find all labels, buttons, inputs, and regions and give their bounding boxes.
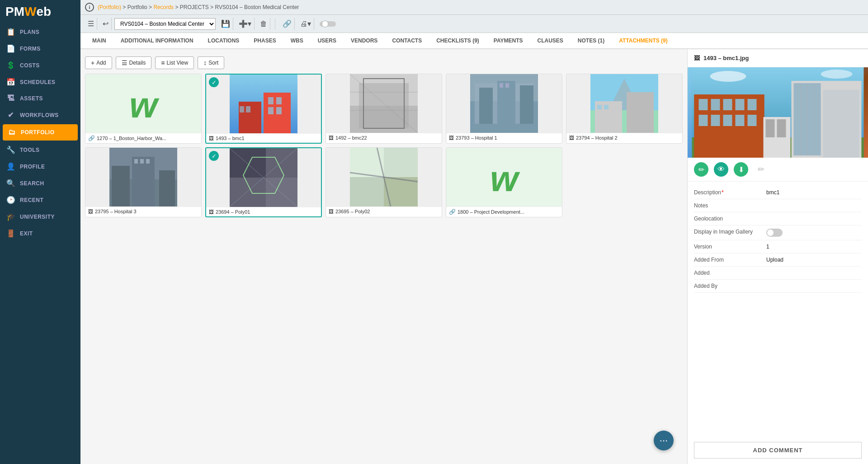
svg-rect-12 <box>246 106 250 112</box>
tab-wbs[interactable]: WBS <box>283 33 311 49</box>
sidebar-item-exit[interactable]: 🚪 EXIT <box>0 225 80 242</box>
sidebar-item-assets[interactable]: 🏗 ASSETS <box>0 90 80 107</box>
thumbnail-item-1270[interactable]: w 🔗 1270 – 1_Boston_Harbor_Wa... <box>85 74 202 144</box>
sidebar-item-label: COSTS <box>20 62 40 69</box>
thumbnail-item-1800[interactable]: w 🔗 1800 – Project Development... <box>446 147 562 217</box>
sidebar-item-label: UNIVERSITY <box>20 214 55 220</box>
sort-button[interactable]: ↕ Sort <box>198 56 224 69</box>
svg-rect-67 <box>736 99 745 110</box>
undo-button[interactable]: ↩ <box>100 18 112 30</box>
sidebar-item-label: SEARCH <box>20 180 44 187</box>
details-button[interactable]: ☰ Details <box>116 56 152 69</box>
thumb-label-1493: 🖼 1493 – bmc1 <box>206 133 321 143</box>
sidebar-item-forms[interactable]: 📄 FORMS <box>0 40 80 57</box>
tab-attachments[interactable]: ATTACHMENTS (9) <box>612 33 675 49</box>
sidebar-item-workflows[interactable]: ✔ WORKFLOWS <box>0 107 80 123</box>
tab-main[interactable]: MAIN <box>85 33 113 49</box>
svg-rect-38 <box>132 157 155 206</box>
download-button[interactable]: ⬇ <box>734 162 748 177</box>
university-icon: 🎓 <box>6 212 15 221</box>
notes-label: Notes <box>694 202 766 209</box>
sidebar-item-portfolio[interactable]: 🗂 PORTFOLIO <box>3 124 78 141</box>
portfolio-icon: 🗂 <box>7 128 16 136</box>
assets-icon: 🏗 <box>6 94 15 103</box>
thumbnail-item-23694[interactable]: ✓ 🖼 <box>205 147 322 217</box>
breadcrumb: (Portfolio) > Portfolio > Records > PROJ… <box>98 4 299 10</box>
more-button[interactable]: ✏ <box>754 162 768 177</box>
thumb-label-1492: 🖼 1492 – bmc22 <box>326 133 442 142</box>
recent-icon: 🕑 <box>6 196 15 204</box>
tab-phases[interactable]: PHASES <box>246 33 283 49</box>
link-button[interactable]: 🔗 <box>280 18 295 30</box>
tab-contacts[interactable]: CONTACTS <box>385 33 429 49</box>
sidebar-item-label: FORMS <box>20 46 41 52</box>
display-gallery-toggle[interactable] <box>766 229 783 237</box>
thumbnail-item-23695[interactable]: 🖼 23695 – Poly02 <box>326 147 442 217</box>
detail-preview <box>688 67 868 158</box>
add-attachment-button[interactable]: + Add <box>85 56 112 69</box>
sort-label: Sort <box>208 60 218 66</box>
plans-icon: 📋 <box>6 28 15 36</box>
exit-icon: 🚪 <box>6 229 15 238</box>
thumbnail-item-23794[interactable]: 🖼 23794 – Hospital 2 <box>566 74 683 144</box>
thumb-label-23793: 🖼 23793 – Hospital 1 <box>446 133 562 142</box>
sidebar-item-schedules[interactable]: 📅 SCHEDULES <box>0 74 80 90</box>
breadcrumb-portfolio[interactable]: (Portfolio) <box>98 4 121 10</box>
image-icon-23794: 🖼 <box>569 135 574 141</box>
breadcrumb-records[interactable]: Records <box>153 4 174 10</box>
sidebar-item-profile[interactable]: 👤 PROFILE <box>0 158 80 175</box>
sidebar-item-label: ASSETS <box>20 95 43 102</box>
svg-rect-27 <box>505 83 509 88</box>
menu-button[interactable]: ☰ <box>85 18 97 30</box>
sidebar-item-plans[interactable]: 📋 PLANS <box>0 23 80 40</box>
view-button[interactable]: 👁 <box>714 162 728 177</box>
sidebar-item-label: RECENT <box>20 197 43 203</box>
added-by-label: Added By <box>694 283 766 289</box>
image-icon-1492: 🖼 <box>329 135 334 141</box>
gallery-panel: + Add ☰ Details ≡ List View ↕ Sort <box>80 49 687 464</box>
svg-rect-70 <box>711 115 720 126</box>
tab-locations[interactable]: LOCATIONS <box>201 33 247 49</box>
version-value: 1 <box>766 244 769 250</box>
tab-checklists[interactable]: CHECKLISTS (9) <box>429 33 486 49</box>
save-button[interactable]: 💾 <box>218 18 233 30</box>
edit-button[interactable]: ✏ <box>694 162 708 177</box>
add-comment-button[interactable]: ADD COMMENT <box>694 442 862 459</box>
delete-button[interactable]: 🗑 <box>257 18 270 30</box>
list-view-label: List View <box>166 60 188 66</box>
tab-users[interactable]: USERS <box>311 33 344 49</box>
thumb-label-1270: 🔗 1270 – 1_Boston_Harbor_Wa... <box>85 133 201 143</box>
thumbnail-item-23793[interactable]: 🖼 23793 – Hospital 1 <box>446 74 562 144</box>
thumbnail-item-1492[interactable]: 🖼 1492 – bmc22 <box>326 74 442 144</box>
tab-notes[interactable]: NOTES (1) <box>571 33 612 49</box>
link-icon-1800: 🔗 <box>449 209 456 215</box>
sidebar-item-university[interactable]: 🎓 UNIVERSITY <box>0 208 80 225</box>
svg-rect-7 <box>268 97 274 104</box>
tab-additional-information[interactable]: ADDITIONAL INFORMATION <box>113 33 201 49</box>
tab-clauses[interactable]: CLAUSES <box>530 33 571 49</box>
sidebar-item-tools[interactable]: 🔧 TOOLS <box>0 141 80 158</box>
record-select[interactable]: RVS0104 – Boston Medical Center <box>114 18 216 30</box>
add-button[interactable]: ➕▾ <box>236 18 255 30</box>
thumbnail-item-1493[interactable]: ✓ <box>205 74 322 144</box>
field-description: Description bmc1 <box>694 186 862 199</box>
sidebar-item-costs[interactable]: 💲 COSTS <box>0 57 80 74</box>
toggle-button[interactable] <box>317 18 339 30</box>
thumbnail-item-23795[interactable]: 🖼 23795 – Hospital 3 <box>85 147 202 217</box>
sidebar-item-search[interactable]: 🔍 SEARCH <box>0 175 80 192</box>
schedules-icon: 📅 <box>6 78 15 86</box>
link-icon: 🔗 <box>88 135 95 141</box>
profile-icon: 👤 <box>6 162 15 171</box>
list-view-button[interactable]: ≡ List View <box>155 56 194 69</box>
fab-button[interactable]: ··· <box>654 431 674 450</box>
sidebar-item-recent[interactable]: 🕑 RECENT <box>0 192 80 208</box>
logo-eb: eb <box>36 5 51 19</box>
sidebar: PM W eb 📋 PLANS 📄 FORMS 💲 COSTS 📅 SCHEDU… <box>0 0 80 464</box>
thumbnail-grid: w 🔗 1270 – 1_Boston_Harbor_Wa... ✓ <box>85 74 683 217</box>
tab-vendors[interactable]: VENDORS <box>344 33 385 49</box>
svg-rect-26 <box>500 83 503 88</box>
print-button[interactable]: 🖨▾ <box>297 18 314 30</box>
tab-payments[interactable]: PAYMENTS <box>486 33 530 49</box>
tabs: MAIN ADDITIONAL INFORMATION LOCATIONS PH… <box>80 33 868 49</box>
info-icon[interactable]: i <box>85 3 94 12</box>
